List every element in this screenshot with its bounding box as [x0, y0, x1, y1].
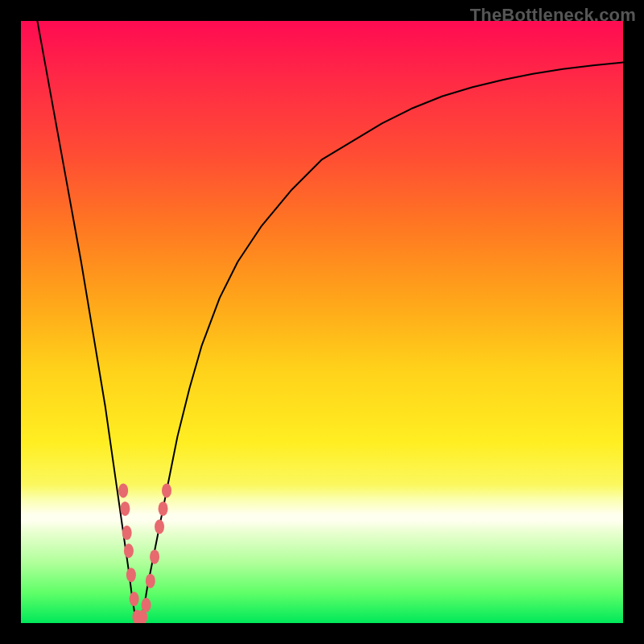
gpu-marker	[150, 550, 159, 564]
gpu-marker	[162, 483, 171, 497]
gpu-marker	[130, 592, 139, 606]
gpu-marker	[146, 574, 155, 588]
bottleneck-curve	[21, 21, 623, 623]
gpu-marker	[124, 543, 134, 558]
chart-svg	[21, 21, 623, 623]
gpu-marker-group	[118, 483, 171, 623]
plot-area	[21, 21, 623, 623]
gpu-marker	[142, 598, 151, 613]
watermark-text: TheBottleneck.com	[470, 5, 636, 26]
chart-frame: TheBottleneck.com	[0, 0, 644, 644]
gpu-marker	[159, 502, 168, 516]
gpu-marker	[126, 568, 136, 582]
gpu-marker	[120, 502, 130, 516]
gpu-marker	[118, 483, 128, 497]
gpu-marker	[122, 526, 132, 540]
gpu-marker	[155, 519, 164, 534]
